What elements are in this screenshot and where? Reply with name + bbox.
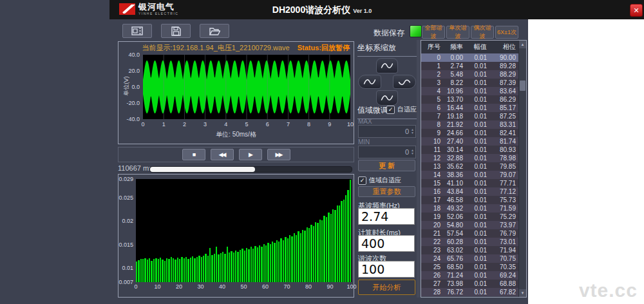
fast-forward-icon: ▶▶ — [276, 151, 282, 158]
play-button[interactable]: ▶ — [239, 149, 262, 160]
table-row[interactable]: 2157.540.0176.79 — [421, 229, 518, 238]
spectrum-bar — [274, 243, 275, 282]
spectrum-bar — [252, 249, 254, 282]
table-row[interactable]: 513.700.0186.29 — [421, 95, 518, 104]
even-harmonics-button[interactable]: 偶次谐波 — [471, 26, 494, 39]
spectrum-bar — [181, 257, 182, 282]
table-row[interactable]: 1541.100.0177.71 — [421, 179, 518, 187]
axis-tick-label: 40 — [219, 283, 225, 290]
spin-down-icon[interactable]: ▼ — [411, 152, 414, 155]
table-row[interactable]: 821.920.0183.31 — [421, 120, 518, 129]
table-row[interactable]: 1232.880.0178.98 — [421, 154, 518, 162]
spectrum-bar — [179, 259, 180, 282]
zoom-left-button[interactable] — [358, 75, 381, 89]
calc-duration-input[interactable] — [358, 235, 415, 252]
range-adaptive-checkbox[interactable]: ✓ 值域自适应 — [358, 176, 401, 185]
spectrum-bar — [207, 256, 209, 282]
spectrum-bar — [173, 258, 174, 282]
harmonics-table-panel: 序号频率幅值相位 00.000.0190.0012.740.0189.2825.… — [421, 40, 527, 298]
spectrum-bar — [298, 231, 299, 282]
table-row[interactable]: 1849.320.0171.59 — [421, 204, 518, 213]
play-icon: ▶ — [249, 151, 252, 158]
zoom-down-button[interactable] — [376, 90, 398, 106]
table-row[interactable]: 2568.500.0170.35 — [421, 263, 518, 271]
table-row[interactable]: 924.660.0182.41 — [421, 129, 518, 137]
spectrum-bar — [257, 247, 258, 282]
table-row[interactable]: 719.180.0187.25 — [421, 112, 518, 120]
all-harmonics-button[interactable]: 全部谐波 — [422, 26, 445, 39]
scroll-down-icon[interactable]: ▼ — [519, 289, 526, 297]
table-row[interactable]: 38.220.0187.39 — [421, 79, 518, 87]
min-spinbox[interactable]: 0 ▲ ▼ — [358, 146, 416, 158]
record-device-icon — [131, 26, 143, 35]
spectrum-bar — [339, 205, 340, 282]
spectrum-bar — [313, 226, 314, 282]
rewind-button[interactable]: ◀◀ — [211, 149, 234, 160]
axis-tick-label: 9 — [328, 121, 331, 128]
save-button[interactable] — [161, 24, 191, 38]
fast-forward-button[interactable]: ▶▶ — [267, 149, 290, 160]
zoom-right-button[interactable] — [393, 75, 416, 89]
table-scrollbar[interactable]: ▲ ▼ — [518, 41, 526, 297]
table-row[interactable]: 25.480.0188.29 — [421, 70, 518, 79]
axis-tick-label: 7 — [287, 121, 290, 128]
table-header-1[interactable]: 频率 — [443, 43, 466, 52]
table-row[interactable]: 1130.140.0180.93 — [421, 146, 518, 154]
table-row[interactable]: 410.960.0183.64 — [421, 87, 518, 95]
spectrum-bar — [138, 260, 139, 282]
scroll-up-icon[interactable]: ▲ — [519, 41, 526, 48]
table-row[interactable]: 1027.400.0181.74 — [421, 137, 518, 146]
table-row[interactable]: 2773.980.0168.88 — [421, 280, 518, 288]
table-header-2[interactable]: 幅值 — [466, 43, 489, 52]
reset-params-button[interactable]: 重置参数 — [358, 186, 415, 197]
coord-zoom-title: 坐标系缩放 — [357, 43, 417, 57]
axis-tick-label: 6 — [266, 121, 269, 128]
close-button[interactable]: ✕ — [630, 4, 643, 17]
table-row[interactable]: 1643.840.0177.12 — [421, 187, 518, 196]
spectrum-bar — [164, 261, 166, 282]
axis-tick-label: 30 — [197, 283, 204, 290]
table-row[interactable]: 1438.360.0179.07 — [421, 171, 518, 179]
spectrum-bar — [209, 248, 211, 282]
spectrum-bar — [158, 259, 159, 282]
spectrum-bar — [294, 233, 295, 282]
table-row[interactable]: 2671.240.0169.24 — [421, 271, 518, 280]
table-row[interactable]: 2054.800.0173.97 — [421, 221, 518, 229]
start-analysis-button[interactable]: 开始分析 — [358, 280, 415, 295]
stop-icon: ■ — [193, 151, 194, 158]
table-row[interactable]: 616.440.0185.17 — [421, 104, 518, 112]
stop-button[interactable]: ■ — [182, 149, 205, 160]
table-row[interactable]: 1952.060.0175.29 — [421, 213, 518, 221]
table-header-0[interactable]: 序号 — [421, 43, 443, 52]
screenshot-root: 银河电气 YINHE ELECTRIC DH2000谐波分析仪Ver 1.0 ✕ — [0, 0, 644, 304]
table-row[interactable]: 2363.020.0171.94 — [421, 246, 518, 254]
axis-tick-label: 0.007 — [118, 279, 133, 285]
table-row[interactable]: 2260.280.0173.01 — [421, 238, 518, 246]
table-row[interactable]: 00.000.0190.00 — [421, 53, 518, 62]
max-spinbox[interactable]: 0 ▲ ▼ — [358, 125, 416, 138]
odd-harmonics-button[interactable]: 单次谐波 — [446, 26, 469, 39]
spin-down-icon[interactable]: ▼ — [411, 131, 414, 135]
playback-progress-bar[interactable] — [149, 166, 352, 173]
fundamental-freq-input[interactable] — [358, 208, 415, 225]
table-row[interactable]: 12.740.0189.28 — [421, 62, 518, 70]
table-row[interactable]: 2465.760.0170.75 — [421, 254, 518, 263]
table-header-3[interactable]: 相位 — [489, 43, 518, 52]
data-save-indicator[interactable] — [410, 25, 422, 37]
update-button[interactable]: 更 新 — [358, 160, 415, 171]
table-row[interactable]: 1335.620.0179.85 — [421, 162, 518, 171]
spectrum-bar — [160, 258, 161, 282]
scrollbar-thumb[interactable] — [520, 81, 526, 91]
zoom-up-button[interactable] — [376, 58, 398, 73]
adaptive-checkbox[interactable]: ✓ 自适应 — [386, 105, 417, 114]
device-button[interactable] — [122, 24, 152, 38]
harmonic-count-input[interactable] — [358, 261, 415, 278]
spectrum-bar — [350, 180, 351, 282]
table-row[interactable]: 2876.720.0167.82 — [421, 288, 518, 296]
6x1-harmonics-button[interactable]: 6X±1次 — [495, 26, 518, 39]
table-row[interactable]: 1746.580.0175.73 — [421, 196, 518, 204]
open-file-button[interactable] — [200, 24, 229, 38]
spectrum-bar — [175, 260, 176, 282]
axis-tick-label: 40.0 — [128, 52, 140, 58]
spectrum-bar — [231, 251, 232, 282]
